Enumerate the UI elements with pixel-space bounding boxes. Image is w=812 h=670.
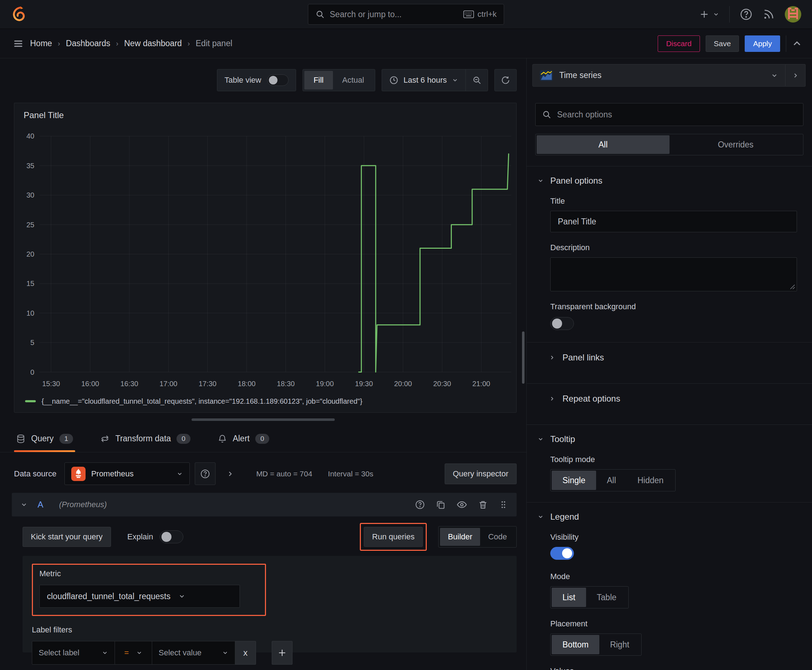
code-option[interactable]: Code (480, 528, 515, 546)
datasource-row: Data source Prometheus MD = auto = 704 (14, 462, 517, 485)
svg-text:17:30: 17:30 (199, 380, 217, 387)
resize-handle-icon[interactable] (790, 284, 795, 289)
breadcrumb-dashboards[interactable]: Dashboards (66, 39, 110, 48)
zoom-out-icon (472, 76, 481, 85)
chart-svg[interactable]: 051015202530354015:3016:0016:3017:0017:3… (14, 120, 516, 394)
chevron-down-icon[interactable] (20, 501, 27, 508)
legend-mode-label: Mode (550, 572, 797, 581)
table-view-label: Table view (224, 76, 261, 85)
transparent-bg-toggle[interactable] (550, 317, 574, 330)
select-value-dropdown[interactable]: Select value (152, 641, 235, 665)
metric-select[interactable]: cloudflared_tunnel_total_requests (39, 585, 240, 608)
time-range-control: Last 6 hours (381, 69, 488, 91)
apply-button[interactable]: Apply (745, 36, 780, 52)
query-ref-id: A (37, 500, 43, 510)
datasource-picker[interactable]: Prometheus (64, 462, 190, 485)
legend-mode-table[interactable]: Table (586, 588, 627, 607)
legend-placement-right[interactable]: Right (599, 635, 640, 654)
builder-option[interactable]: Builder (440, 528, 480, 546)
panel-links-section[interactable]: Panel links (532, 342, 805, 372)
query-count-badge: 1 (59, 434, 73, 444)
viz-type-label: Time series (559, 71, 765, 80)
panel-title-input[interactable] (550, 211, 797, 232)
discard-button[interactable]: Discard (658, 36, 700, 52)
svg-text:21:00: 21:00 (472, 380, 490, 387)
alert-count-badge: 0 (255, 434, 269, 444)
description-textarea[interactable] (550, 257, 797, 291)
section-legend[interactable]: Legend (532, 503, 805, 522)
search-placeholder: Search or jump to... (330, 10, 458, 19)
tooltip-mode-single[interactable]: Single (552, 470, 596, 490)
viz-suggestions-button[interactable] (785, 64, 805, 86)
svg-text:16:30: 16:30 (120, 380, 138, 387)
chevron-down-icon (102, 650, 108, 656)
menu-icon[interactable] (13, 38, 24, 49)
legend-visibility-toggle[interactable] (550, 547, 574, 560)
svg-text:0: 0 (31, 368, 34, 376)
svg-text:20:00: 20:00 (394, 380, 412, 387)
visualization-picker[interactable]: Time series (532, 64, 785, 86)
select-label-dropdown[interactable]: Select label (32, 641, 115, 665)
delete-query-icon[interactable] (478, 500, 488, 510)
news-rss-icon[interactable] (763, 8, 775, 20)
time-range-picker[interactable]: Last 6 hours (382, 76, 465, 85)
tooltip-mode-hidden[interactable]: Hidden (627, 470, 675, 490)
tab-all[interactable]: All (537, 135, 670, 154)
panel-title: Panel Title (14, 103, 516, 120)
help-icon[interactable] (740, 8, 753, 21)
options-search-input[interactable] (557, 110, 797, 120)
query-builder-panel: Metric cloudflared_tunnel_total_requests… (22, 556, 517, 653)
description-label: Description (550, 243, 797, 252)
tab-alert[interactable]: Alert 0 (215, 425, 271, 452)
collapse-pane-icon[interactable] (792, 39, 802, 49)
query-help-icon[interactable] (415, 500, 425, 510)
table-view-toggle[interactable] (267, 74, 288, 86)
refresh-button[interactable] (495, 69, 517, 91)
tab-overrides[interactable]: Overrides (670, 135, 802, 154)
add-filter-button[interactable] (272, 641, 293, 665)
tooltip-mode-all[interactable]: All (596, 470, 627, 490)
options-search[interactable] (535, 103, 804, 126)
section-panel-options[interactable]: Panel options (532, 166, 805, 186)
left-pane-scrollbar[interactable] (522, 332, 524, 384)
global-search-input[interactable]: Search or jump to... ctrl+k (308, 4, 504, 25)
legend-placement-bottom[interactable]: Bottom (552, 635, 599, 654)
repeat-options-label: Repeat options (563, 394, 620, 404)
section-tooltip[interactable]: Tooltip (532, 425, 805, 444)
repeat-options-section[interactable]: Repeat options (532, 384, 805, 414)
duplicate-query-icon[interactable] (436, 500, 446, 510)
legend-mode-list[interactable]: List (552, 588, 586, 607)
fill-option[interactable]: Fill (304, 71, 333, 90)
actual-option[interactable]: Actual (333, 71, 373, 90)
svg-text:18:00: 18:00 (238, 380, 256, 387)
svg-text:10: 10 (27, 309, 34, 317)
drag-grip-icon[interactable] (499, 500, 508, 509)
tab-query[interactable]: Query 1 (14, 425, 75, 452)
new-menu-button[interactable] (699, 9, 719, 19)
explain-toggle[interactable] (160, 530, 183, 543)
remove-filter-button[interactable]: x (235, 641, 256, 665)
legend-series-label[interactable]: {__name__="cloudflared_tunnel_total_requ… (42, 397, 362, 406)
query-inspector-button[interactable]: Query inspector (445, 464, 517, 484)
query-row-header[interactable]: A (Prometheus) (12, 493, 517, 516)
timeseries-viz-icon (540, 70, 553, 81)
operator-dropdown[interactable]: = (115, 641, 152, 665)
plus-icon (278, 648, 287, 658)
shortcut-hint: ctrl+k (478, 10, 497, 19)
kickstart-query-button[interactable]: Kick start your query (22, 527, 111, 547)
grafana-logo-icon[interactable] (11, 6, 28, 23)
breadcrumb-home[interactable]: Home (30, 39, 52, 48)
expand-options-icon[interactable] (226, 470, 234, 478)
run-queries-button[interactable]: Run queries (364, 527, 423, 547)
fill-actual-switch: Fill Actual (303, 69, 375, 91)
toggle-visibility-icon[interactable] (456, 499, 467, 510)
tab-transform[interactable]: Transform data 0 (98, 425, 193, 452)
time-range-label: Last 6 hours (403, 76, 447, 85)
datasource-help-button[interactable] (195, 462, 215, 485)
user-avatar[interactable] (785, 6, 801, 22)
breadcrumb-new-dashboard[interactable]: New dashboard (124, 39, 182, 48)
splitter-drag-handle[interactable] (192, 418, 335, 421)
zoom-out-button[interactable] (465, 69, 488, 91)
save-button[interactable]: Save (706, 36, 739, 52)
legend-placement-switch: Bottom Right (550, 633, 642, 656)
